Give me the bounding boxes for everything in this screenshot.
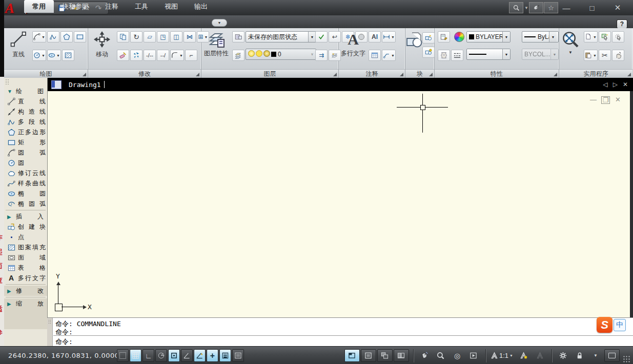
explode-button[interactable] bbox=[130, 50, 142, 61]
steering-wheel-button[interactable]: ◎ bbox=[450, 349, 465, 362]
quick-calculator-button[interactable] bbox=[612, 31, 624, 42]
stretch-button[interactable]: ▱ bbox=[144, 31, 156, 42]
search-dropdown-button[interactable]: ▼ bbox=[524, 6, 529, 10]
object-color-combo[interactable]: BYLAYER ▼ bbox=[466, 31, 511, 42]
palette-section-修改[interactable]: ▶修改 bbox=[4, 286, 47, 296]
quick-select-button[interactable] bbox=[599, 31, 611, 42]
toolbar-lock-button[interactable] bbox=[571, 349, 587, 362]
ribbon-tab-视图[interactable]: 视图 bbox=[156, 0, 186, 13]
trim-button[interactable]: -/-- bbox=[144, 50, 156, 61]
panel-launcher-icon[interactable] bbox=[400, 73, 403, 76]
palette-item-多行文字[interactable]: A多行文字 bbox=[4, 273, 47, 283]
quick-view-layouts-button[interactable] bbox=[377, 349, 393, 362]
join-button[interactable]: ⌐ bbox=[185, 50, 197, 61]
dyn-toggle[interactable]: + bbox=[207, 349, 218, 362]
extend-button[interactable]: --/ bbox=[157, 50, 169, 61]
ducs-toggle[interactable] bbox=[194, 349, 206, 362]
palette-item-正多边形[interactable]: 正多边形 bbox=[4, 127, 47, 137]
pan-button[interactable] bbox=[417, 349, 432, 362]
ribbon-tab-常用[interactable]: 常用 bbox=[24, 0, 54, 13]
ribbon-tab-输出[interactable]: 输出 bbox=[186, 0, 216, 13]
palette-item-圆[interactable]: 圆 bbox=[4, 158, 47, 168]
palette-item-图案填充[interactable]: 图案填充 bbox=[4, 242, 47, 252]
line-button[interactable]: 直线 bbox=[7, 30, 30, 69]
palette-item-矩形[interactable]: 矩形 bbox=[4, 137, 47, 147]
panel-launcher-icon[interactable] bbox=[333, 73, 337, 76]
palette-item-面域[interactable]: 面域 bbox=[4, 252, 47, 263]
panel-launcher-icon[interactable] bbox=[83, 73, 86, 76]
command-line-window[interactable]: 命令: COMMANDLINE命令: 命令: S 中 bbox=[47, 317, 633, 347]
single-line-text-button[interactable]: AI bbox=[369, 31, 381, 42]
linetype-dashes-button[interactable] bbox=[451, 50, 463, 61]
hand-select-button[interactable] bbox=[612, 50, 624, 61]
paste-clip-button[interactable]: ▼ bbox=[584, 50, 598, 61]
palette-item-直线[interactable]: 直线 bbox=[4, 96, 47, 106]
leader-button[interactable]: ▼ bbox=[382, 50, 396, 61]
favorites-button[interactable]: ☆ bbox=[544, 2, 558, 13]
panel-label-layers[interactable]: 图层 bbox=[201, 69, 338, 78]
erase-button[interactable] bbox=[117, 50, 129, 61]
ribbon-tab-注释[interactable]: 注释 bbox=[97, 0, 127, 13]
sogou-logo-icon[interactable]: S bbox=[597, 317, 612, 333]
status-menu-button[interactable]: ▼ bbox=[588, 349, 603, 362]
search-button[interactable] bbox=[509, 2, 523, 13]
communication-center-button[interactable] bbox=[529, 2, 543, 13]
dimension-button[interactable]: ▼ bbox=[382, 31, 396, 42]
edit-attributes-button[interactable] bbox=[422, 47, 435, 58]
command-window-grip[interactable] bbox=[47, 318, 53, 347]
insert-block-button[interactable] bbox=[406, 30, 422, 69]
color-wheel-icon[interactable] bbox=[454, 32, 464, 42]
app-menu-button[interactable]: A▼ bbox=[5, 1, 25, 17]
palette-item-表格[interactable]: 表格 bbox=[4, 263, 47, 273]
rectangle-button[interactable] bbox=[74, 31, 86, 42]
layout-button[interactable] bbox=[361, 349, 376, 362]
palette-section-插入[interactable]: ▶插入 bbox=[4, 211, 47, 222]
panel-label-utilities[interactable]: 实用程序 bbox=[559, 69, 632, 78]
prev-drawing-icon[interactable]: ◁ bbox=[603, 81, 607, 88]
palette-item-点[interactable]: 点 bbox=[4, 232, 47, 242]
file-tab-drawing1[interactable]: Drawing1 bbox=[69, 81, 101, 89]
panel-launcher-icon[interactable] bbox=[196, 73, 199, 76]
palette-item-圆弧[interactable]: 圆弧 bbox=[4, 147, 47, 158]
snap-toggle[interactable] bbox=[117, 349, 129, 362]
isolate-layer-button[interactable] bbox=[232, 50, 244, 61]
match-properties-button[interactable] bbox=[438, 31, 450, 42]
layer-state-combo[interactable]: 未保存的图层状态 ▼ bbox=[246, 31, 316, 42]
palette-item-修订云线[interactable]: 修订云线 bbox=[4, 168, 47, 178]
polar-toggle[interactable] bbox=[155, 349, 167, 362]
layer-match-button[interactable]: ⇉ bbox=[315, 50, 328, 61]
zoom-button[interactable] bbox=[433, 349, 448, 362]
coordinates-readout[interactable]: 2640.2380, 1670.0831, 0.0000 bbox=[8, 347, 119, 364]
osnap-toggle[interactable] bbox=[168, 349, 180, 362]
ellipse-button[interactable]: ▼ bbox=[47, 50, 61, 61]
zoom-extents-button[interactable]: ▼ bbox=[560, 30, 581, 69]
move-button[interactable]: 移动 bbox=[90, 30, 114, 69]
auto-scale-button[interactable] bbox=[532, 349, 547, 362]
arc-button[interactable]: ▼ bbox=[32, 31, 46, 42]
hatch-button[interactable] bbox=[62, 50, 74, 61]
linetype-combo[interactable]: ByLayer ▼ bbox=[522, 31, 559, 42]
table-button[interactable] bbox=[369, 50, 381, 61]
help-button[interactable]: ? bbox=[617, 19, 627, 29]
annotation-scale-button[interactable]: 1:1▼ bbox=[489, 349, 515, 362]
polygon-button[interactable] bbox=[60, 31, 73, 42]
lineweight-combo[interactable]: ▼ bbox=[466, 49, 511, 60]
clean-screen-button[interactable] bbox=[604, 349, 620, 362]
ribbon-tab-工具[interactable]: 工具 bbox=[127, 0, 156, 13]
close-drawing-icon[interactable]: ✕ bbox=[623, 81, 628, 88]
minimize-button[interactable]: — bbox=[559, 2, 574, 14]
resize-grip[interactable] bbox=[623, 355, 630, 362]
rotate-button[interactable]: ↻ bbox=[130, 31, 142, 42]
close-drawing-icon[interactable]: ✕ bbox=[614, 96, 622, 103]
ribbon-tab-块和参照[interactable]: 块和参照 bbox=[54, 0, 97, 13]
palette-item-样条曲线[interactable]: 样条曲线 bbox=[4, 178, 47, 188]
panel-label-modify[interactable]: 修改 bbox=[88, 69, 201, 78]
fillet-button[interactable]: ▼ bbox=[170, 50, 184, 61]
workspace-switching-button[interactable] bbox=[555, 349, 570, 362]
quick-view-drawings-button[interactable] bbox=[394, 349, 409, 362]
copy-button[interactable] bbox=[117, 31, 129, 42]
panel-launcher-icon[interactable] bbox=[429, 73, 433, 76]
maximize-button[interactable]: □ bbox=[584, 2, 600, 14]
palette-item-构造线[interactable]: 构造线 bbox=[4, 106, 47, 117]
drawing-canvas[interactable]: — ❐ ✕ Y X bbox=[47, 91, 630, 317]
